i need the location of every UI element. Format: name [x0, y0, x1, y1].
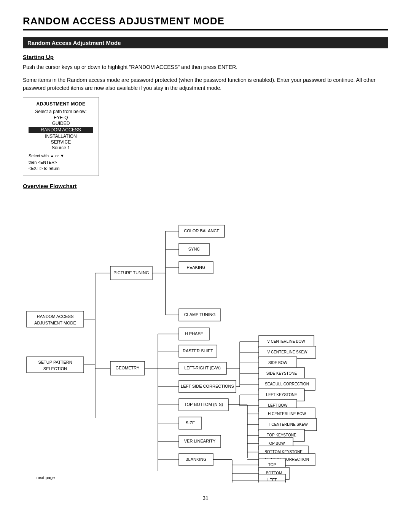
- flowchart-svg: RANDOM ACCESS ADJUSTMENT MODE SETUP PATT…: [23, 193, 388, 482]
- starting-up-para1: Push the cursor keys up or down to highl…: [23, 63, 388, 72]
- menu-item-installation: INSTALLATION: [29, 134, 93, 139]
- fc-picture-tuning: PICTURE TUNING: [113, 270, 149, 275]
- menu-item-random-access: RANDOM ACCESS: [29, 127, 93, 133]
- fc-left-right: LEFT-RIGHT (E-W): [184, 365, 221, 370]
- fc-h-centerline-bow: H CENTERLINE BOW: [268, 411, 306, 415]
- fc-raster-shift: RASTER SHIFT: [183, 348, 213, 353]
- fc-size: SIZE: [186, 420, 195, 425]
- fc-next-page: next page: [37, 475, 55, 479]
- adj-box-title: ADJUSTMENT MODE: [29, 101, 93, 107]
- adj-box-label: Select a path from below:: [29, 109, 93, 114]
- menu-item-guided: GUIDED: [29, 121, 93, 126]
- fc-top: TOP: [268, 462, 276, 466]
- starting-up-heading: Starting Up: [23, 54, 388, 60]
- menu-item-service: SERVICE: [29, 139, 93, 145]
- fc-color-balance: COLOR BALANCE: [184, 228, 220, 233]
- fc-ver-linearity: VER LINEARITY: [184, 438, 216, 443]
- fc-random-access-line1: RANDOM ACCESS: [37, 314, 74, 318]
- fc-bottom-keystone: BOTTOM KEYSTONE: [264, 449, 303, 454]
- fc-seagull-correction-1: SEAGULL CORRECTION: [265, 382, 309, 386]
- fc-top-bottom: TOP-BOTTOM (N-S): [184, 402, 223, 406]
- flowchart-container: RANDOM ACCESS ADJUSTMENT MODE SETUP PATT…: [23, 193, 388, 484]
- fc-v-centerline-bow: V CENTERLINE BOW: [267, 339, 305, 343]
- svg-rect-82: [259, 481, 285, 482]
- section-header: Random Access Adjustment Mode: [23, 37, 388, 48]
- menu-item-source1: Source 1: [29, 145, 93, 150]
- menu-item-eye-q: EYE-Q: [29, 115, 93, 120]
- fc-geometry: GEOMETRY: [116, 365, 140, 370]
- adj-box-instructions: Select with ▲ or ▼ then <ENTER> <EXIT> t…: [29, 153, 93, 172]
- fc-random-access-line2: ADJUSTMENT MODE: [34, 320, 76, 325]
- fc-setup-pattern-line2: SELECTION: [43, 366, 67, 371]
- fc-left-bow: LEFT BOW: [268, 403, 288, 407]
- fc-setup-pattern-line1: SETUP PATTERN: [38, 359, 72, 364]
- page-title: RANDOM ACCESS ADJUSTMENT MODE: [23, 15, 388, 30]
- fc-h-phase: H PHASE: [185, 331, 203, 335]
- fc-v-centerline-skew: V CENTERLINE SKEW: [267, 350, 307, 354]
- fc-top-keystone: TOP KEYSTONE: [267, 433, 296, 437]
- page-number: 31: [23, 495, 388, 501]
- overview-flowchart-heading: Overview Flowchart: [23, 183, 388, 189]
- fc-left-keystone: LEFT KEYSTONE: [266, 392, 297, 396]
- fc-clamp-tuning: CLAMP TUNING: [184, 312, 216, 316]
- fc-sync: SYNC: [188, 246, 200, 251]
- fc-h-centerline-skew: H CENTERLINE SKEW: [268, 422, 308, 426]
- fc-blanking: BLANKING: [185, 457, 207, 461]
- fc-side-keystone: SIDE KEYSTONE: [266, 371, 297, 375]
- starting-up-para2: Some items in the Random access mode are…: [23, 76, 388, 93]
- fc-left-side-corrections: LEFT SIDE CORRECTIONS: [181, 383, 234, 388]
- fc-side-bow: SIDE BOW: [268, 360, 288, 364]
- adjustment-mode-box: ADJUSTMENT MODE Select a path from below…: [23, 97, 99, 176]
- fc-top-bow: TOP BOW: [267, 441, 285, 445]
- fc-peaking: PEAKING: [187, 265, 206, 269]
